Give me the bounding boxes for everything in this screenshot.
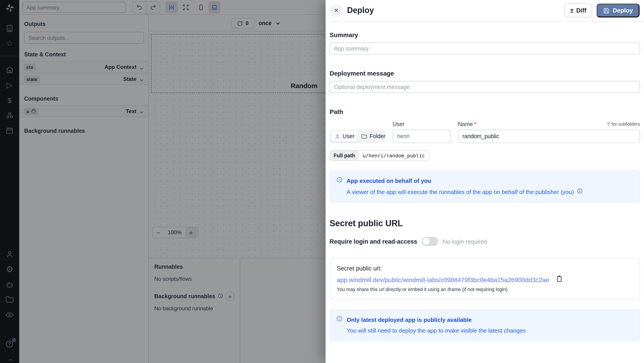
deploy-label: Deploy xyxy=(613,7,633,14)
name-field-label: Name xyxy=(458,121,473,127)
secret-url-box: Secret public url: app.windmill.dev/publ… xyxy=(330,258,640,300)
required-asterisk: * xyxy=(474,121,476,127)
secret-url-heading: Secret public URL xyxy=(330,219,640,228)
close-button[interactable]: ✕ xyxy=(330,4,342,17)
path-field-labels: User Name * '/' for subfolders xyxy=(330,121,640,127)
copy-clipboard-icon[interactable] xyxy=(556,275,563,284)
summary-label: Summary xyxy=(330,31,640,38)
person-icon xyxy=(334,133,340,139)
deploy-drawer: ✕ Deploy ± Diff Deploy Summary Deploymen… xyxy=(326,0,644,363)
path-label: Path xyxy=(330,108,640,115)
execution-info-title: App executed on behalf of you xyxy=(346,177,431,184)
diff-button[interactable]: ± Diff xyxy=(564,3,592,17)
deployment-message-label: Deployment message xyxy=(330,70,640,77)
diff-label: Diff xyxy=(576,7,586,14)
save-icon xyxy=(603,7,610,14)
deploy-button[interactable]: Deploy xyxy=(596,3,640,17)
owner-folder-option[interactable]: Folder xyxy=(358,131,389,142)
secret-url-note: You may share this url directly or embed… xyxy=(337,287,633,292)
folder-icon xyxy=(362,133,368,139)
user-field-label: User xyxy=(393,121,451,127)
drawer-title: Deploy xyxy=(347,6,374,15)
latest-deploy-info-title: Only latest deployed app is publicly ava… xyxy=(346,316,472,323)
require-login-label: Require login and read-access xyxy=(330,238,417,245)
owner-user-label: User xyxy=(342,133,354,139)
app-window: ☆ ▷ $ ⚙ → xyxy=(0,0,644,363)
diff-icon: ± xyxy=(570,7,574,14)
owner-kind-toggle: User Folder xyxy=(330,130,386,143)
path-name-input[interactable] xyxy=(458,130,640,143)
drawer-header: ✕ Deploy ± Diff Deploy xyxy=(326,0,644,21)
subfolder-hint: '/' for subfolders xyxy=(607,121,640,127)
drawer-body: Summary Deployment message Path User Nam… xyxy=(326,31,644,341)
execution-info-box: App executed on behalf of you A viewer o… xyxy=(330,170,640,203)
full-path-value: u/henri/random_public xyxy=(359,151,429,160)
latest-deploy-info-body: You will still need to deploy the app to… xyxy=(346,327,526,334)
require-login-toggle[interactable] xyxy=(422,237,438,246)
path-user-input[interactable] xyxy=(393,130,451,143)
full-path-label: Full path xyxy=(330,151,359,160)
summary-input[interactable] xyxy=(330,42,640,54)
modal-backdrop[interactable] xyxy=(0,0,326,363)
owner-folder-label: Folder xyxy=(370,133,386,139)
info-icon[interactable] xyxy=(577,188,583,195)
info-icon xyxy=(336,316,342,324)
close-icon: ✕ xyxy=(334,7,339,14)
latest-deploy-info-box: Only latest deployed app is publicly ava… xyxy=(330,309,640,341)
deployment-message-input[interactable] xyxy=(330,81,640,93)
login-state-text: No login required xyxy=(443,238,487,245)
require-login-row: Require login and read-access No login r… xyxy=(330,237,640,246)
secret-url-label: Secret public url: xyxy=(337,265,633,272)
owner-user-option[interactable]: User xyxy=(331,131,358,142)
info-icon xyxy=(336,177,342,185)
path-row: User Folder xyxy=(330,130,640,143)
execution-info-body: A viewer of the app will execute the run… xyxy=(346,188,574,195)
full-path-display: Full path u/henri/random_public xyxy=(330,150,429,161)
secret-url-link[interactable]: app.windmill.dev/public/windmill-labs/c0… xyxy=(337,276,549,283)
